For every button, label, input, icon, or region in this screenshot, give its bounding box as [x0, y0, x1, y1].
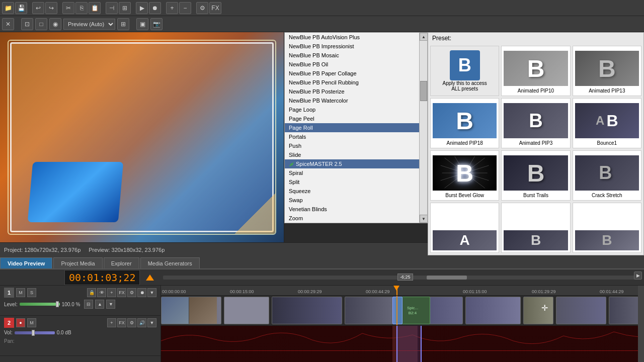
dropdown-item-push[interactable]: Push [285, 141, 419, 150]
track-1-lock[interactable]: 🔒 [87, 288, 96, 297]
track-2-expand[interactable]: + [107, 318, 116, 327]
preview-tool-button[interactable]: ⊡ [21, 18, 33, 30]
track-2-fx[interactable]: FX [117, 318, 126, 327]
paste-button[interactable]: 📋 [89, 2, 101, 14]
timeline-scrollbar[interactable] [638, 286, 644, 362]
dropdown-item-split[interactable]: Split [285, 177, 419, 187]
dropdown-item-newblue-watercolor[interactable]: NewBlue PB Watercolor [285, 96, 419, 105]
preset-burst-bevel-glow[interactable]: B [430, 150, 499, 201]
video-clip-7[interactable] [523, 297, 553, 324]
ruler-mark-30: 00:00:29:29 [298, 289, 322, 294]
preset-animated-pip13[interactable]: B Animated PIP13 [573, 46, 641, 96]
preset-row3-item1[interactable]: A [430, 203, 499, 253]
preview-circle-button[interactable]: ◉ [49, 18, 61, 30]
tab-project-media[interactable]: Project Media [53, 257, 102, 268]
preset-apply-all[interactable]: B Apply this to accessALL presets [430, 46, 499, 96]
dropdown-item-spicemaster[interactable]: 🌶SpiceMASTER 2.5 [285, 159, 419, 168]
dropdown-item-newblue-impressionist[interactable]: NewBlue PB Impressionist [285, 42, 419, 51]
track-1-level-btn[interactable]: ⊟ [84, 300, 93, 309]
track-2-mute[interactable]: M [27, 318, 36, 327]
video-clip-4[interactable] [345, 297, 395, 324]
grid-icon[interactable]: ⊞ [117, 18, 129, 30]
video-clip-2[interactable] [224, 297, 269, 324]
track-1-settings[interactable]: ⚙ [127, 288, 136, 297]
dropdown-item-portals[interactable]: Portals [285, 132, 419, 141]
play-button[interactable]: ▶ [136, 2, 148, 14]
snapshot-button[interactable]: 📷 [150, 18, 163, 30]
save-button[interactable]: 💾 [15, 2, 27, 14]
effects-button[interactable]: FX [209, 2, 221, 14]
tab-explorer[interactable]: Explorer [104, 257, 139, 268]
zoom-out-button[interactable]: − [179, 2, 191, 14]
new-button[interactable]: 📁 [2, 2, 14, 14]
dropdown-item-newblue-oil[interactable]: NewBlue PB Oil [285, 60, 419, 69]
preview-quality-select[interactable]: Preview (Auto) Preview (Full) Preview (H… [63, 19, 115, 30]
preset-row3-item2[interactable]: B [501, 203, 570, 253]
dropdown-item-venetian-blinds[interactable]: Venetian Blinds [285, 205, 419, 214]
dropdown-item-newblue-posterize[interactable]: NewBlue PB Posterize [285, 87, 419, 96]
dropdown-item-zoom[interactable]: Zoom [285, 214, 419, 223]
preview-close-button[interactable]: ✕ [2, 18, 14, 30]
preset-row3-item3[interactable]: B [573, 203, 641, 253]
track-1-solo[interactable]: S [27, 288, 36, 297]
scroll-track[interactable] [420, 41, 427, 215]
dropdown-item-squeeze[interactable]: Squeeze [285, 187, 419, 196]
preset-burst-trails[interactable]: B Burst Trails [501, 150, 570, 201]
track-2-record[interactable]: ● [16, 318, 25, 327]
preset-animated-pip18[interactable]: B Animated PIP18 [430, 98, 499, 148]
settings-button[interactable]: ⚙ [196, 2, 208, 14]
dropdown-item-newblue-pencil[interactable]: NewBlue PB Pencil Rubbing [285, 78, 419, 87]
tab-media-generators[interactable]: Media Generators [140, 257, 200, 268]
track-1-mute[interactable]: M [16, 288, 25, 297]
record-button[interactable]: ⏺ [149, 2, 161, 14]
dropdown-item-spiral[interactable]: Spiral [285, 168, 419, 177]
track-2-vol[interactable]: 🔊 [137, 318, 146, 327]
preset-bounce1[interactable]: A B Bounce1 [573, 98, 641, 148]
zoom-in-button[interactable]: + [166, 2, 178, 14]
dropdown-item-newblue-paper[interactable]: NewBlue PB Paper Collage [285, 69, 419, 78]
preset-label-burst-trails: Burst Trails [523, 193, 548, 198]
video-clip-1[interactable] [161, 297, 221, 324]
dropdown-item-page-loop[interactable]: Page Loop [285, 105, 419, 114]
preset-crack-stretch[interactable]: B Crack Stretch [573, 150, 641, 201]
timeline-scroll-thumb[interactable] [427, 276, 467, 280]
track-1-eye[interactable]: 👁 [97, 288, 106, 297]
dropdown-item-page-peel[interactable]: Page Peel [285, 114, 419, 123]
scroll-down-button[interactable]: ▼ [420, 215, 428, 223]
copy-button[interactable]: ⎘ [75, 2, 88, 14]
snap-button[interactable]: ⊞ [119, 2, 131, 14]
dropdown-scrollbar[interactable]: ▲ ▼ [419, 33, 427, 223]
cut-button[interactable]: ✂ [62, 2, 74, 14]
dropdown-item-swap[interactable]: Swap [285, 196, 419, 205]
track-2-vol-down[interactable]: ▼ [147, 318, 156, 327]
tab-video-preview[interactable]: Video Preview [0, 257, 52, 268]
video-clip-8[interactable] [556, 297, 606, 324]
level-slider[interactable] [20, 303, 60, 306]
preset-animated-pip10[interactable]: B Animated PIP10 [501, 46, 570, 96]
redo-button[interactable]: ↪ [45, 2, 57, 14]
dropdown-item-page-roll[interactable]: Page Roll [285, 123, 419, 132]
dropdown-item-newblue-mosaic[interactable]: NewBlue PB Mosaic [285, 51, 419, 60]
dropdown-item-slide[interactable]: Slide [285, 150, 419, 159]
video-clip-3[interactable] [272, 297, 342, 324]
track-1-record[interactable]: ⏺ [137, 288, 146, 297]
preset-animated-pip3[interactable]: B Animated PIP3 [501, 98, 570, 148]
scroll-up-button[interactable]: ▲ [420, 33, 428, 41]
track-1-expand[interactable]: + [107, 288, 116, 297]
track-1-level-up[interactable]: ▲ [95, 300, 104, 309]
vol-slider-thumb[interactable] [32, 330, 35, 336]
track-1-vol-down[interactable]: ▼ [147, 288, 156, 297]
preview-frame-button[interactable]: □ [35, 18, 47, 30]
track-1-level-down[interactable]: ▼ [106, 300, 115, 309]
dropdown-item-newblue-autovision[interactable]: NewBlue PB AutoVision Plus [285, 33, 419, 42]
track-1-fx[interactable]: FX [117, 288, 126, 297]
overlay-button[interactable]: ▣ [136, 18, 148, 30]
level-slider-thumb[interactable] [56, 301, 59, 307]
scroll-thumb[interactable] [420, 81, 427, 101]
undo-button[interactable]: ↩ [32, 2, 44, 14]
trim-button[interactable]: ⊣ [106, 2, 118, 14]
timeline-scroll-right[interactable]: ▶ [634, 272, 642, 280]
video-clip-6[interactable] [465, 297, 521, 324]
vol-slider[interactable] [15, 331, 55, 334]
track-2-settings[interactable]: ⚙ [127, 318, 136, 327]
